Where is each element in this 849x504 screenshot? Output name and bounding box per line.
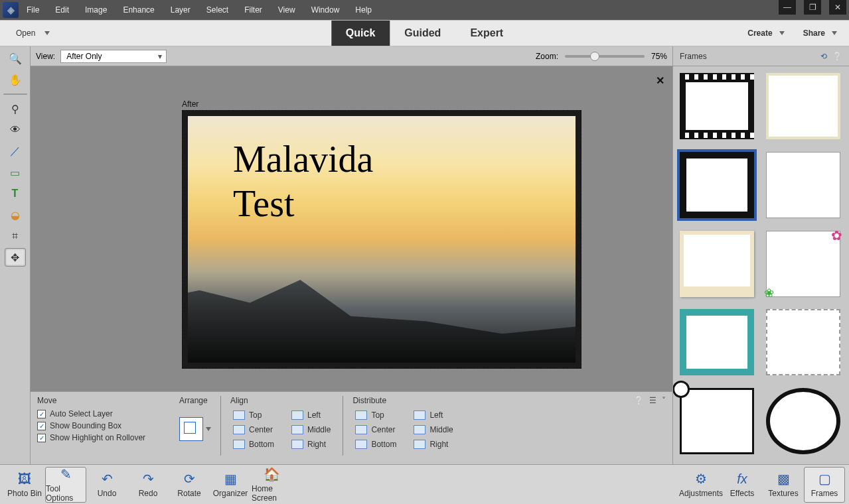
- adjustments-icon: ⚙: [695, 471, 707, 487]
- close-button[interactable]: ✕: [829, 0, 846, 15]
- frame-polaroid[interactable]: [680, 231, 754, 297]
- distribute-header: Distribute: [352, 396, 455, 405]
- tool-options-panel: Move ✓Auto Select Layer ✓Show Bounding B…: [31, 391, 672, 464]
- frame-search[interactable]: [680, 388, 754, 454]
- frames-grid: [673, 66, 849, 464]
- undo-button[interactable]: ↶Undo: [86, 467, 127, 503]
- tool-column: 🔍 ✋ ⚲ 👁 ／ ▭ T ◒ ⌗ ✥: [0, 46, 31, 464]
- align-right[interactable]: Right: [289, 438, 333, 450]
- effects-button[interactable]: fxEffects: [722, 467, 763, 503]
- chevron-down-icon: [832, 31, 837, 35]
- hand-tool[interactable]: ✋: [5, 70, 26, 89]
- frame-thin[interactable]: [766, 152, 840, 218]
- mode-expert[interactable]: Expert: [455, 21, 518, 46]
- frame-flower[interactable]: [766, 231, 840, 297]
- auto-select-layer-checkbox[interactable]: ✓Auto Select Layer: [37, 409, 170, 418]
- chevron-down-icon: [779, 31, 785, 35]
- create-button[interactable]: Create: [741, 29, 791, 38]
- organizer-button[interactable]: ▦Organizer: [210, 467, 251, 503]
- rotate-icon: ⟳: [184, 471, 195, 487]
- panel-menu-icon[interactable]: ☰: [649, 396, 656, 405]
- view-label: View:: [36, 52, 55, 61]
- frame-circle[interactable]: [766, 388, 840, 454]
- distribute-bottom[interactable]: Bottom: [352, 438, 399, 450]
- menu-image[interactable]: Image: [77, 0, 115, 20]
- menu-filter[interactable]: Filter: [236, 0, 270, 20]
- frame-stamp[interactable]: [766, 309, 840, 375]
- zoom-tool[interactable]: 🔍: [5, 49, 26, 68]
- mode-guided[interactable]: Guided: [390, 21, 455, 46]
- adjustments-button[interactable]: ⚙Adjustments: [680, 467, 722, 503]
- frame-film[interactable]: [680, 73, 754, 139]
- frames-icon: ▢: [818, 471, 831, 487]
- move-tool[interactable]: ✥: [5, 248, 26, 267]
- distribute-left[interactable]: Left: [411, 409, 455, 421]
- frames-panel: Frames ⟲ ❔: [672, 46, 849, 464]
- textures-button[interactable]: ▩Textures: [763, 467, 804, 503]
- menu-help[interactable]: Help: [347, 0, 380, 20]
- view-dropdown[interactable]: After Only: [60, 50, 167, 63]
- healing-tool[interactable]: ◒: [5, 206, 26, 224]
- share-button[interactable]: Share: [797, 29, 844, 38]
- chevron-down-icon: [44, 31, 50, 35]
- menu-file[interactable]: File: [19, 0, 47, 20]
- menu-edit[interactable]: Edit: [47, 0, 77, 20]
- frame-plain-light[interactable]: [766, 73, 840, 139]
- photo-content: Malavida Test: [188, 116, 576, 363]
- distribute-center[interactable]: Center: [352, 424, 399, 436]
- document-canvas[interactable]: Malavida Test: [182, 110, 581, 369]
- footer-bar: 🖼Photo Bin ✎Tool Options ↶Undo ↷Redo ⟳Ro…: [0, 464, 849, 504]
- redo-button[interactable]: ↷Redo: [127, 467, 169, 503]
- options-bar: View: After Only Zoom: 75%: [31, 46, 672, 66]
- distribute-top[interactable]: Top: [352, 409, 399, 421]
- help-icon[interactable]: ❔: [634, 396, 644, 405]
- zoom-slider[interactable]: [565, 55, 645, 58]
- frame-teal[interactable]: [680, 309, 754, 375]
- open-button[interactable]: Open: [0, 21, 66, 46]
- show-bounding-box-checkbox[interactable]: ✓Show Bounding Box: [37, 421, 170, 430]
- help-icon[interactable]: ❔: [832, 52, 842, 61]
- mode-quick[interactable]: Quick: [331, 21, 390, 46]
- move-header: Move: [37, 396, 170, 405]
- align-left[interactable]: Left: [289, 409, 333, 421]
- menu-layer[interactable]: Layer: [163, 0, 198, 20]
- reset-icon[interactable]: ⟲: [820, 52, 827, 61]
- home-icon: 🏠: [264, 466, 280, 482]
- menubar: ◈ File Edit Image Enhance Layer Select F…: [0, 0, 849, 20]
- align-top[interactable]: Top: [230, 409, 277, 421]
- collapse-icon[interactable]: ˅: [662, 396, 666, 405]
- effects-icon: fx: [737, 472, 747, 487]
- crop-tool[interactable]: ⌗: [5, 227, 26, 245]
- arrange-header: Arrange: [179, 396, 211, 405]
- menu-enhance[interactable]: Enhance: [115, 0, 162, 20]
- align-bottom[interactable]: Bottom: [230, 438, 277, 450]
- redeye-tool[interactable]: 👁: [5, 121, 26, 139]
- zoom-slider-knob[interactable]: [590, 52, 599, 61]
- distribute-right[interactable]: Right: [411, 438, 455, 450]
- show-highlight-rollover-checkbox[interactable]: ✓Show Highlight on Rollover: [37, 433, 170, 442]
- text-tool[interactable]: T: [5, 184, 26, 203]
- frames-button[interactable]: ▢Frames: [804, 467, 845, 503]
- canvas-text[interactable]: Malavida Test: [233, 137, 373, 226]
- menu-select[interactable]: Select: [198, 0, 236, 20]
- menu-window[interactable]: Window: [303, 0, 348, 20]
- home-screen-button[interactable]: 🏠Home Screen: [251, 467, 292, 503]
- quick-select-tool[interactable]: ⚲: [5, 99, 26, 118]
- restore-button[interactable]: ❐: [804, 0, 821, 15]
- chevron-down-icon[interactable]: [206, 427, 211, 431]
- rotate-button[interactable]: ⟳Rotate: [169, 467, 210, 503]
- frame-thick-black[interactable]: [680, 152, 754, 218]
- align-center[interactable]: Center: [230, 424, 277, 436]
- minimize-button[interactable]: —: [779, 0, 796, 15]
- photo-bin-button[interactable]: 🖼Photo Bin: [4, 467, 45, 503]
- straighten-tool[interactable]: ▭: [5, 163, 26, 182]
- organizer-icon: ▦: [224, 471, 237, 487]
- photo-bin-icon: 🖼: [18, 472, 31, 487]
- distribute-middle[interactable]: Middle: [411, 424, 455, 436]
- whiten-tool[interactable]: ／: [5, 142, 26, 160]
- arrange-button[interactable]: [179, 417, 203, 441]
- tool-options-button[interactable]: ✎Tool Options: [45, 467, 86, 503]
- menu-view[interactable]: View: [270, 0, 303, 20]
- close-document-icon[interactable]: ✕: [656, 74, 664, 87]
- align-middle[interactable]: Middle: [289, 424, 333, 436]
